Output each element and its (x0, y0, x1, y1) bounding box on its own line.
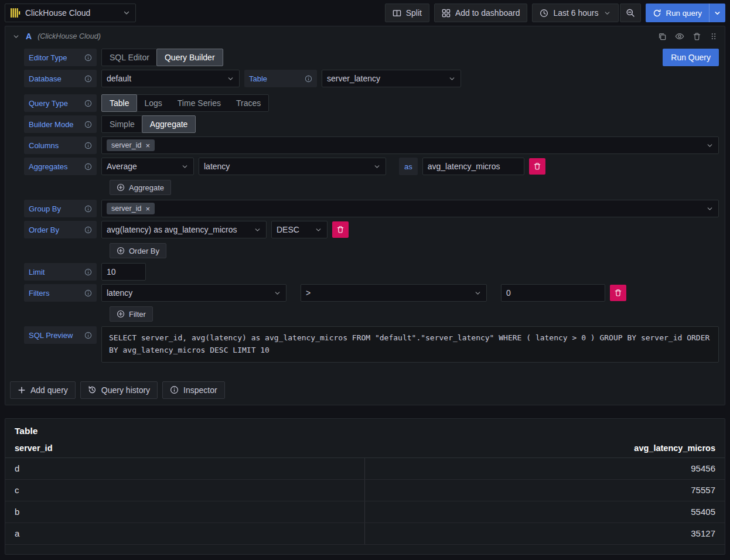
column-header-server-id[interactable]: server_id (5, 443, 365, 453)
info-circle-icon[interactable] (84, 268, 92, 276)
sql-preview-label: SQL Preview (24, 326, 97, 344)
editor-type-option-query-builder[interactable]: Query Builder (156, 49, 223, 66)
builder-mode-option-simple[interactable]: Simple (102, 116, 142, 132)
close-icon[interactable]: × (145, 205, 150, 213)
chevron-down-icon (373, 163, 381, 170)
remove-aggregate-button[interactable] (529, 158, 545, 175)
order-by-direction-select[interactable]: DESC (271, 221, 328, 238)
database-table-row: Database default Table server_latency (24, 70, 719, 87)
table-select[interactable]: server_latency (322, 70, 461, 87)
delete-query-trash-icon[interactable] (693, 32, 701, 41)
info-circle-icon[interactable] (305, 75, 312, 83)
add-aggregate-button[interactable]: Aggregate (110, 180, 171, 195)
info-circle-icon[interactable] (84, 142, 92, 149)
query-type-option-logs[interactable]: Logs (137, 95, 169, 111)
plus-circle-icon (117, 247, 125, 255)
filter-operator-select[interactable]: > (301, 284, 487, 302)
order-by-field-select[interactable]: avg(latency) as avg_latency_micros (101, 221, 267, 238)
table-label: Table (244, 70, 317, 87)
datasource-picker[interactable]: ClickHouse Cloud (5, 4, 136, 22)
query-type-toggle: Table Logs Time Series Traces (101, 94, 269, 112)
alias-as-label: as (399, 158, 418, 175)
info-circle-icon[interactable] (84, 121, 92, 128)
editor-type-option-sql-editor[interactable]: SQL Editor (102, 49, 157, 66)
add-query-button[interactable]: Add query (10, 381, 76, 399)
run-query-inline-button[interactable]: Run Query (663, 49, 719, 66)
split-button[interactable]: Split (385, 4, 429, 22)
add-to-dashboard-label: Add to dashboard (455, 8, 520, 18)
time-picker-group: Last 6 hours (532, 4, 640, 22)
datasource-name: ClickHouse Cloud (25, 8, 118, 18)
chevron-down-icon (448, 75, 456, 83)
aggregate-alias-input[interactable] (422, 158, 524, 175)
time-range-picker[interactable]: Last 6 hours (532, 4, 618, 22)
filter-value-input[interactable] (501, 284, 605, 302)
zoom-out-button[interactable] (620, 4, 641, 22)
remove-filter-button[interactable] (610, 285, 626, 301)
clock-icon (540, 9, 548, 18)
limit-label: Limit (24, 263, 97, 281)
run-query-label: Run query (666, 9, 702, 18)
info-circle-icon[interactable] (84, 75, 92, 83)
chevron-down-icon (474, 289, 482, 297)
filter-field-select[interactable]: latency (101, 284, 286, 302)
info-circle-icon[interactable] (84, 54, 92, 62)
plus-circle-icon (117, 310, 125, 318)
duplicate-query-icon[interactable] (658, 32, 667, 41)
chevron-down-icon (181, 163, 189, 170)
add-order-by-button[interactable]: Order By (110, 243, 166, 258)
builder-mode-toggle: Simple Aggregate (101, 115, 196, 133)
sync-icon (653, 9, 661, 18)
chevron-down-icon[interactable] (709, 4, 725, 22)
group-by-multiselect[interactable]: server_id × (101, 200, 719, 217)
info-circle-icon[interactable] (84, 226, 92, 234)
trash-icon (336, 226, 344, 234)
builder-mode-option-aggregate[interactable]: Aggregate (142, 115, 196, 133)
database-select[interactable]: default (101, 70, 240, 87)
query-type-option-traces[interactable]: Traces (228, 95, 268, 111)
query-type-option-table[interactable]: Table (101, 94, 137, 112)
close-icon[interactable]: × (145, 142, 150, 149)
time-range-label: Last 6 hours (553, 8, 598, 18)
add-to-dashboard-button[interactable]: Add to dashboard (434, 4, 528, 22)
explore-footer-actions: Add query Query history Inspector (5, 366, 725, 405)
chevron-down-icon (122, 9, 131, 17)
info-circle-icon (170, 385, 179, 394)
columns-multiselect[interactable]: server_id × (101, 136, 719, 154)
builder-mode-row: Builder Mode Simple Aggregate (24, 115, 719, 133)
query-editor-header: A (ClickHouse Cloud) (5, 26, 725, 45)
add-filter-button[interactable]: Filter (110, 306, 153, 322)
query-history-button[interactable]: Query history (80, 381, 158, 399)
cell-avg-latency: 55405 (365, 501, 725, 523)
history-icon (88, 385, 97, 394)
table-row: d 95456 (5, 458, 725, 480)
hide-query-eye-icon[interactable] (675, 32, 684, 41)
chevron-down-icon (315, 226, 322, 234)
cell-avg-latency: 35127 (365, 523, 725, 544)
cell-server-id: b (5, 501, 365, 523)
info-circle-icon[interactable] (84, 100, 92, 107)
chevron-down-icon (706, 142, 714, 149)
toolbar-actions: Split Add to dashboard Last 6 hours Run … (385, 4, 725, 22)
limit-input[interactable] (101, 263, 146, 281)
info-circle-icon[interactable] (84, 289, 92, 297)
sql-preview-row: SQL Preview SELECT server_id, avg(latenc… (24, 326, 719, 363)
table-row: a 35127 (5, 523, 725, 545)
info-circle-icon[interactable] (84, 163, 92, 170)
chevron-down-icon (254, 226, 261, 234)
info-circle-icon[interactable] (84, 205, 92, 213)
aggregate-function-select[interactable]: Average (101, 158, 194, 175)
run-query-button[interactable]: Run query (646, 4, 726, 22)
info-circle-icon[interactable] (84, 332, 92, 339)
query-type-option-time-series[interactable]: Time Series (170, 95, 228, 111)
collapse-chevron-icon[interactable] (12, 33, 20, 40)
trash-icon (614, 289, 622, 297)
drag-handle-icon[interactable] (709, 32, 718, 40)
remove-order-by-button[interactable] (332, 221, 349, 238)
split-icon (393, 9, 401, 18)
panel-title: Table (5, 424, 725, 443)
aggregate-column-select[interactable]: latency (199, 158, 386, 175)
inspector-button[interactable]: Inspector (162, 381, 225, 399)
column-header-avg-latency-micros[interactable]: avg_latency_micros (365, 443, 725, 453)
cell-server-id: a (5, 523, 365, 544)
